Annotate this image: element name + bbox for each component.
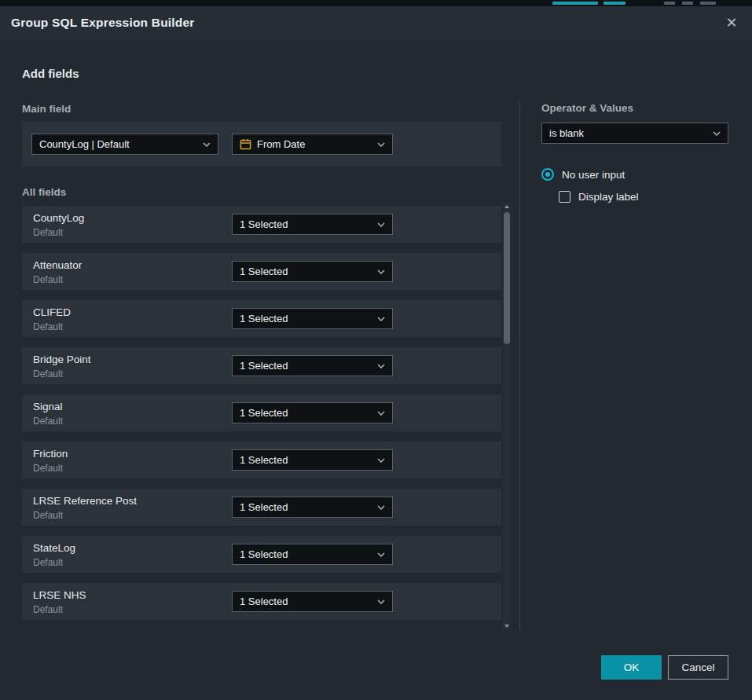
main-field-panel: CountyLog | Default From Date [22, 122, 501, 167]
field-name: Bridge Point [33, 354, 91, 365]
chevron-down-icon [377, 599, 385, 604]
field-row: CountyLog Default 1 Selected [22, 206, 501, 243]
cancel-button[interactable]: Cancel [668, 655, 728, 680]
field-name: CLIFED [33, 306, 71, 318]
background-link-fragment [603, 2, 625, 5]
field-source: Default [33, 227, 63, 238]
layer-select[interactable]: CountyLog | Default [31, 134, 218, 155]
field-name: LRSE NHS [33, 589, 86, 601]
operator-select[interactable]: is blank [541, 123, 728, 144]
field-selection-select[interactable]: 1 Selected [232, 497, 393, 518]
all-fields-label: All fields [22, 186, 66, 198]
no-user-input-radio[interactable] [541, 168, 554, 181]
background-icon-fragment [700, 2, 716, 5]
field-selection-select[interactable]: 1 Selected [232, 214, 393, 235]
field-row: StateLog Default 1 Selected [22, 536, 501, 573]
field-row: Attenuator Default 1 Selected [22, 253, 501, 290]
calendar-icon [240, 138, 251, 150]
chevron-down-icon [377, 269, 385, 274]
group-sql-expression-builder-dialog: Group SQL Expression Builder ✕ Add field… [0, 6, 752, 700]
main-field-label: Main field [22, 103, 71, 115]
close-icon[interactable]: ✕ [722, 13, 741, 32]
field-selection-value: 1 Selected [240, 454, 371, 466]
scrollbar-thumb[interactable] [504, 212, 510, 344]
layer-select-value: CountyLog | Default [39, 138, 196, 150]
display-label-checkbox[interactable] [559, 191, 570, 203]
field-selection-value: 1 Selected [240, 313, 371, 324]
field-name: StateLog [33, 542, 75, 554]
field-selection-value: 1 Selected [240, 548, 371, 560]
main-field-select-value: From Date [257, 138, 371, 150]
display-label-option: Display label [559, 191, 728, 203]
operator-select-value: is blank [549, 127, 706, 139]
chevron-down-icon [377, 364, 385, 368]
field-source: Default [33, 274, 63, 285]
dialog-footer: OK Cancel [601, 655, 728, 680]
field-source: Default [33, 416, 63, 427]
chevron-down-icon [377, 317, 385, 321]
field-source: Default [33, 463, 63, 474]
field-selection-value: 1 Selected [240, 501, 371, 513]
scroll-up-icon[interactable] [504, 205, 509, 208]
chevron-down-icon [377, 458, 385, 463]
chevron-down-icon [377, 142, 385, 147]
field-row: LRSE NHS Default 1 Selected [22, 583, 501, 620]
list-scrollbar[interactable] [503, 203, 511, 630]
operator-values-panel: Operator & Values is blank No user input… [541, 102, 728, 203]
field-name: Signal [33, 401, 63, 412]
no-user-input-option: No user input [541, 168, 728, 181]
display-label-label: Display label [578, 191, 639, 203]
main-field-select[interactable]: From Date [232, 134, 393, 155]
background-link-fragment [552, 2, 598, 5]
field-selection-value: 1 Selected [240, 360, 371, 372]
chevron-down-icon [203, 142, 211, 147]
field-selection-select[interactable]: 1 Selected [232, 544, 393, 565]
chevron-down-icon [377, 222, 385, 227]
field-selection-select[interactable]: 1 Selected [232, 308, 393, 329]
background-icon-fragment [664, 2, 675, 5]
field-selection-select[interactable]: 1 Selected [232, 449, 393, 471]
chevron-down-icon [713, 131, 721, 136]
field-name: Friction [33, 448, 68, 460]
field-name: LRSE Reference Post [33, 495, 137, 507]
field-source: Default [33, 321, 63, 332]
ok-button[interactable]: OK [601, 655, 662, 680]
field-selection-select[interactable]: 1 Selected [232, 261, 393, 282]
field-row: Friction Default 1 Selected [22, 442, 501, 478]
background-app-peek [0, 0, 752, 6]
scroll-down-icon[interactable] [504, 625, 509, 628]
field-selection-value: 1 Selected [240, 596, 371, 607]
dialog-title: Group SQL Expression Builder [11, 16, 195, 30]
chevron-down-icon [377, 552, 385, 557]
operator-values-heading: Operator & Values [541, 102, 728, 114]
add-fields-heading: Add fields [22, 67, 79, 80]
field-selection-select[interactable]: 1 Selected [232, 402, 393, 423]
chevron-down-icon [377, 411, 385, 416]
field-row: LRSE Reference Post Default 1 Selected [22, 489, 501, 526]
field-row: CLIFED Default 1 Selected [22, 300, 501, 337]
field-selection-select[interactable]: 1 Selected [232, 355, 393, 376]
field-source: Default [33, 604, 63, 615]
field-source: Default [33, 510, 63, 521]
field-selection-value: 1 Selected [240, 218, 371, 230]
field-name: Attenuator [33, 259, 82, 271]
no-user-input-label: No user input [562, 169, 625, 181]
field-name: CountyLog [33, 212, 84, 224]
field-selection-select[interactable]: 1 Selected [232, 591, 393, 612]
all-fields-list: CountyLog Default 1 Selected Attenuator … [22, 206, 501, 630]
field-row: Signal Default 1 Selected [22, 394, 501, 431]
field-row: Bridge Point Default 1 Selected [22, 347, 501, 384]
column-divider [519, 102, 520, 630]
field-selection-value: 1 Selected [240, 266, 371, 277]
dialog-header: Group SQL Expression Builder ✕ [0, 6, 752, 39]
background-icon-fragment [682, 2, 693, 5]
field-source: Default [33, 368, 63, 379]
chevron-down-icon [377, 505, 385, 510]
field-source: Default [33, 557, 63, 568]
field-selection-value: 1 Selected [240, 407, 371, 419]
